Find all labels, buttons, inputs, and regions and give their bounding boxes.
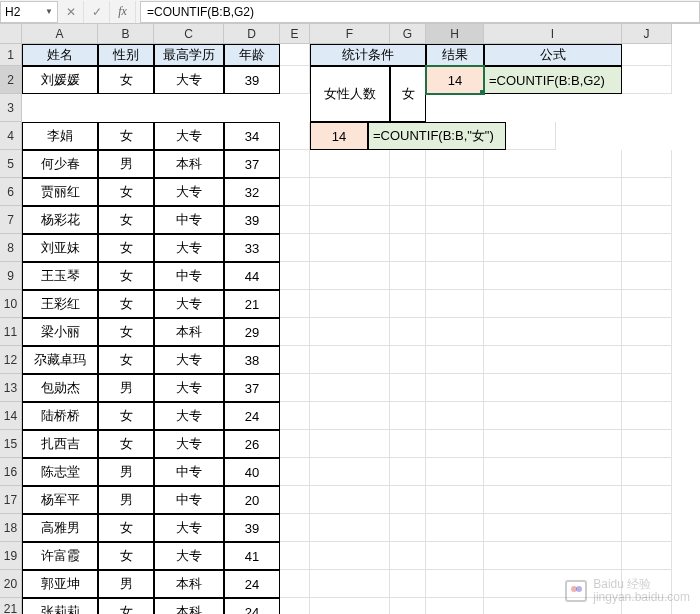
cell-C2[interactable]: 大专 — [154, 66, 224, 94]
row-header-4[interactable]: 4 — [0, 122, 22, 150]
cell-H14[interactable] — [426, 430, 484, 458]
cell-B3[interactable]: 女 — [98, 122, 154, 150]
cell-H18[interactable] — [426, 542, 484, 570]
cell-B19[interactable]: 男 — [98, 570, 154, 598]
cell-A10[interactable]: 梁小丽 — [22, 318, 98, 346]
cell-B4[interactable]: 男 — [98, 150, 154, 178]
cell-E14[interactable] — [280, 430, 310, 458]
row-header-3[interactable]: 3 — [0, 94, 22, 122]
cell-B10[interactable]: 女 — [98, 318, 154, 346]
cell-F18[interactable] — [310, 542, 390, 570]
cell-E3[interactable] — [280, 122, 310, 150]
cell-E20[interactable] — [280, 598, 310, 614]
cell-A17[interactable]: 高雅男 — [22, 514, 98, 542]
cell-J2[interactable] — [622, 66, 672, 94]
cell-A6[interactable]: 杨彩花 — [22, 206, 98, 234]
cell-A5[interactable]: 贾丽红 — [22, 178, 98, 206]
cell-G8[interactable] — [390, 262, 426, 290]
cell-B1[interactable]: 性别 — [98, 44, 154, 66]
cell-C12[interactable]: 大专 — [154, 374, 224, 402]
cell-C3[interactable]: 大专 — [154, 122, 224, 150]
cell-G17[interactable] — [390, 514, 426, 542]
cell-A7[interactable]: 刘亚妹 — [22, 234, 98, 262]
cell-C20[interactable]: 本科 — [154, 598, 224, 614]
cell-H1[interactable]: 结果 — [426, 44, 484, 66]
cell-I11[interactable] — [484, 346, 622, 374]
row-header-12[interactable]: 12 — [0, 346, 22, 374]
cell-G10[interactable] — [390, 318, 426, 346]
cell-F11[interactable] — [310, 346, 390, 374]
cell-H3[interactable]: 14 — [310, 122, 368, 150]
row-header-8[interactable]: 8 — [0, 234, 22, 262]
cell-B15[interactable]: 男 — [98, 458, 154, 486]
cell-F6[interactable] — [310, 206, 390, 234]
cell-D1[interactable]: 年龄 — [224, 44, 280, 66]
cell-H2[interactable]: 14 — [426, 66, 484, 94]
cell-B2[interactable]: 女 — [98, 66, 154, 94]
cell-G15[interactable] — [390, 458, 426, 486]
column-header-B[interactable]: B — [98, 24, 154, 44]
cell-G9[interactable] — [390, 290, 426, 318]
cell-J13[interactable] — [622, 402, 672, 430]
cell-I6[interactable] — [484, 206, 622, 234]
column-header-C[interactable]: C — [154, 24, 224, 44]
cell-B17[interactable]: 女 — [98, 514, 154, 542]
cell-G4[interactable] — [390, 150, 426, 178]
cell-E2[interactable] — [280, 66, 310, 94]
cell-C9[interactable]: 大专 — [154, 290, 224, 318]
cell-I15[interactable] — [484, 458, 622, 486]
cell-J3[interactable] — [506, 122, 556, 150]
cell-A20[interactable]: 张莉莉 — [22, 598, 98, 614]
cell-B6[interactable]: 女 — [98, 206, 154, 234]
column-header-I[interactable]: I — [484, 24, 622, 44]
fx-button[interactable]: fx — [110, 1, 136, 23]
cell-I8[interactable] — [484, 262, 622, 290]
cell-D14[interactable]: 26 — [224, 430, 280, 458]
row-header-7[interactable]: 7 — [0, 206, 22, 234]
cell-J15[interactable] — [622, 458, 672, 486]
cell-D5[interactable]: 32 — [224, 178, 280, 206]
cell-A8[interactable]: 王玉琴 — [22, 262, 98, 290]
confirm-button[interactable]: ✓ — [84, 1, 110, 23]
cell-F8[interactable] — [310, 262, 390, 290]
cell-J14[interactable] — [622, 430, 672, 458]
cell-G12[interactable] — [390, 374, 426, 402]
cell-G7[interactable] — [390, 234, 426, 262]
cell-J6[interactable] — [622, 206, 672, 234]
cell-D20[interactable]: 24 — [224, 598, 280, 614]
cell-G18[interactable] — [390, 542, 426, 570]
cell-B16[interactable]: 男 — [98, 486, 154, 514]
cell-A13[interactable]: 陆桥桥 — [22, 402, 98, 430]
cell-G13[interactable] — [390, 402, 426, 430]
row-header-17[interactable]: 17 — [0, 486, 22, 514]
cell-J7[interactable] — [622, 234, 672, 262]
cell-C10[interactable]: 本科 — [154, 318, 224, 346]
cell-B12[interactable]: 男 — [98, 374, 154, 402]
cell-D3[interactable]: 34 — [224, 122, 280, 150]
cell-H15[interactable] — [426, 458, 484, 486]
cell-E17[interactable] — [280, 514, 310, 542]
cell-F13[interactable] — [310, 402, 390, 430]
cell-C18[interactable]: 大专 — [154, 542, 224, 570]
cell-D8[interactable]: 44 — [224, 262, 280, 290]
cell-G2[interactable]: 女 — [390, 66, 426, 122]
cell-I9[interactable] — [484, 290, 622, 318]
cell-E4[interactable] — [280, 150, 310, 178]
cell-E12[interactable] — [280, 374, 310, 402]
cell-B5[interactable]: 女 — [98, 178, 154, 206]
cell-D16[interactable]: 20 — [224, 486, 280, 514]
row-header-15[interactable]: 15 — [0, 430, 22, 458]
cell-H5[interactable] — [426, 178, 484, 206]
cell-I2[interactable]: =COUNTIF(B:B,G2) — [484, 66, 622, 94]
column-header-E[interactable]: E — [280, 24, 310, 44]
column-header-D[interactable]: D — [224, 24, 280, 44]
cell-D19[interactable]: 24 — [224, 570, 280, 598]
cell-I18[interactable] — [484, 542, 622, 570]
cell-I12[interactable] — [484, 374, 622, 402]
cell-A16[interactable]: 杨军平 — [22, 486, 98, 514]
cell-H17[interactable] — [426, 514, 484, 542]
cell-A1[interactable]: 姓名 — [22, 44, 98, 66]
row-header-2[interactable]: 2 — [0, 66, 22, 94]
cell-J1[interactable] — [622, 44, 672, 66]
cell-D7[interactable]: 33 — [224, 234, 280, 262]
